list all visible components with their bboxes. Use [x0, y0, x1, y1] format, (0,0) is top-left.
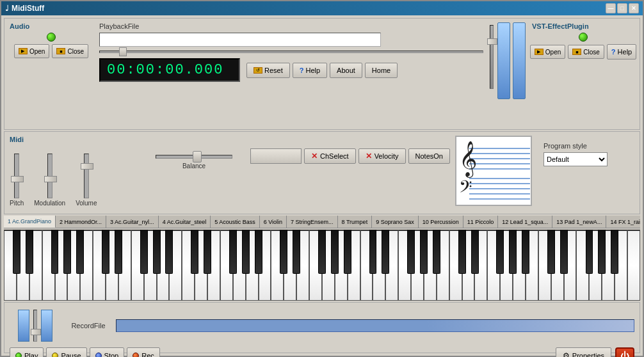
black-key-5-5[interactable]: [509, 230, 517, 274]
black-key-6-4[interactable]: [586, 230, 593, 274]
black-key-1-1[interactable]: [102, 230, 109, 274]
black-key-4-2[interactable]: [382, 230, 389, 274]
black-key-6-5[interactable]: [598, 230, 606, 274]
volume-slider-thumb[interactable]: [81, 163, 93, 170]
white-key-49[interactable]: [627, 230, 640, 301]
play-button[interactable]: Play: [10, 347, 44, 357]
black-key-5-2[interactable]: [471, 230, 479, 274]
rec-button[interactable]: Rec: [127, 347, 160, 357]
black-key-6-6[interactable]: [611, 230, 618, 274]
volume-slider[interactable]: [84, 154, 89, 198]
black-key-2-4[interactable]: [229, 230, 237, 274]
piano-wrapper: [4, 230, 640, 301]
instrument-tab-2[interactable]: 3 Ac.Guitar_nyl...: [106, 216, 159, 228]
black-key-5-4[interactable]: [496, 230, 504, 274]
instrument-tab-13[interactable]: 14 FX 1_rain: [606, 216, 640, 228]
record-file-input[interactable]: [116, 319, 634, 332]
black-key-4-6[interactable]: [433, 230, 440, 274]
program-style-select[interactable]: Default: [543, 152, 608, 166]
right-btns: ⚙ Properties ⏻: [556, 347, 634, 357]
power-button[interactable]: ⏻: [615, 347, 634, 357]
black-key-2-2[interactable]: [204, 230, 211, 274]
modulation-slider-thumb[interactable]: [44, 176, 57, 182]
home-button[interactable]: Home: [365, 63, 398, 78]
modulation-slider[interactable]: [47, 154, 52, 198]
black-key-5-6[interactable]: [522, 230, 529, 274]
black-key-0-5[interactable]: [63, 230, 71, 274]
instrument-tab-7[interactable]: 8 Trumpet: [338, 216, 373, 228]
black-key-5-1[interactable]: [458, 230, 466, 274]
velocity-button[interactable]: ✕ Velocity: [358, 148, 406, 164]
properties-button[interactable]: ⚙ Properties: [556, 347, 611, 357]
vst-open-icon: ▶: [535, 49, 543, 55]
black-key-1-4[interactable]: [140, 230, 148, 274]
pause-button[interactable]: Pause: [46, 347, 86, 357]
playback-slider-thumb[interactable]: [119, 47, 127, 56]
vst-open-button[interactable]: ▶ Open: [530, 45, 565, 59]
open-icon: ▶: [19, 48, 28, 54]
close-button[interactable]: ✕: [629, 3, 639, 13]
bottom-vslider-thumb[interactable]: [31, 329, 41, 335]
instrument-tab-0[interactable]: 1 Ac.GrandPiano: [4, 216, 56, 228]
maximize-button[interactable]: □: [617, 3, 627, 13]
midi-sliders: Pitch Modulation Volume: [10, 146, 150, 207]
filter-input[interactable]: [250, 148, 302, 164]
black-key-1-5[interactable]: [153, 230, 161, 274]
chselect-button[interactable]: ✕ ChSelect: [304, 148, 356, 164]
instrument-tab-5[interactable]: 6 Violin: [260, 216, 287, 228]
instrument-tab-1[interactable]: 2 HammondOr...: [56, 216, 106, 228]
instrument-tab-6[interactable]: 7 StringEnsem...: [287, 216, 338, 228]
black-key-3-6[interactable]: [344, 230, 351, 274]
reset-icon: ↺: [254, 67, 262, 74]
vst-close-button[interactable]: ■ Close: [568, 45, 604, 59]
main-vslider-thumb[interactable]: [487, 38, 497, 45]
playback-slider[interactable]: [99, 51, 483, 53]
playback-slider-row: [99, 51, 483, 53]
balance-slider-thumb[interactable]: [193, 151, 202, 163]
black-key-3-1[interactable]: [280, 230, 287, 274]
instrument-tab-10[interactable]: 11 Piccolo: [463, 216, 499, 228]
black-key-0-6[interactable]: [76, 230, 84, 274]
instrument-tab-12[interactable]: 13 Pad 1_newA...: [552, 216, 606, 228]
black-key-6-1[interactable]: [547, 230, 555, 274]
black-key-3-2[interactable]: [293, 230, 300, 274]
instrument-tab-9[interactable]: 10 Percussion: [419, 216, 463, 228]
black-key-3-4[interactable]: [318, 230, 326, 274]
stop-led: [95, 353, 102, 357]
black-key-1-6[interactable]: [165, 230, 173, 274]
instrument-tab-4[interactable]: 5 Acoustic Bass: [211, 216, 260, 228]
vst-help-button[interactable]: ? Help: [607, 44, 636, 60]
black-key-0-2[interactable]: [26, 230, 33, 274]
black-key-2-1[interactable]: [191, 230, 198, 274]
reset-button[interactable]: ↺ Reset: [246, 63, 290, 78]
black-key-4-4[interactable]: [407, 230, 415, 274]
svg-text:𝄞: 𝄞: [459, 141, 477, 178]
instrument-tab-11[interactable]: 12 Lead 1_squa...: [498, 216, 552, 228]
black-key-3-5[interactable]: [331, 230, 339, 274]
black-key-0-4[interactable]: [51, 230, 59, 274]
bottom-vslider-track[interactable]: [33, 310, 37, 342]
balance-slider[interactable]: [156, 155, 232, 159]
black-key-1-2[interactable]: [115, 230, 122, 274]
pitch-slider-thumb[interactable]: [11, 176, 24, 182]
noteson-button[interactable]: NotesOn: [408, 148, 450, 164]
audio-close-button[interactable]: ■ Close: [52, 44, 88, 58]
stop-button[interactable]: Stop: [90, 347, 125, 357]
properties-icon: ⚙: [563, 351, 570, 357]
midi-label: Midi: [10, 136, 24, 143]
audio-open-button[interactable]: ▶ Open: [14, 44, 49, 58]
black-key-4-5[interactable]: [420, 230, 428, 274]
minimize-button[interactable]: —: [606, 3, 616, 13]
pitch-slider[interactable]: [14, 154, 19, 198]
about-button[interactable]: About: [330, 63, 362, 78]
black-key-4-1[interactable]: [369, 230, 377, 274]
black-key-2-6[interactable]: [255, 230, 262, 274]
playback-file-input[interactable]: [99, 33, 381, 47]
black-key-6-2[interactable]: [560, 230, 568, 274]
help-button[interactable]: ? Help: [293, 63, 327, 78]
instrument-tab-8[interactable]: 9 Soprano Sax: [372, 216, 419, 228]
black-key-0-1[interactable]: [13, 230, 20, 274]
instrument-tab-3[interactable]: 4 Ac.Guitar_steel: [159, 216, 211, 228]
main-vslider-track[interactable]: [490, 25, 494, 89]
black-key-2-5[interactable]: [242, 230, 250, 274]
